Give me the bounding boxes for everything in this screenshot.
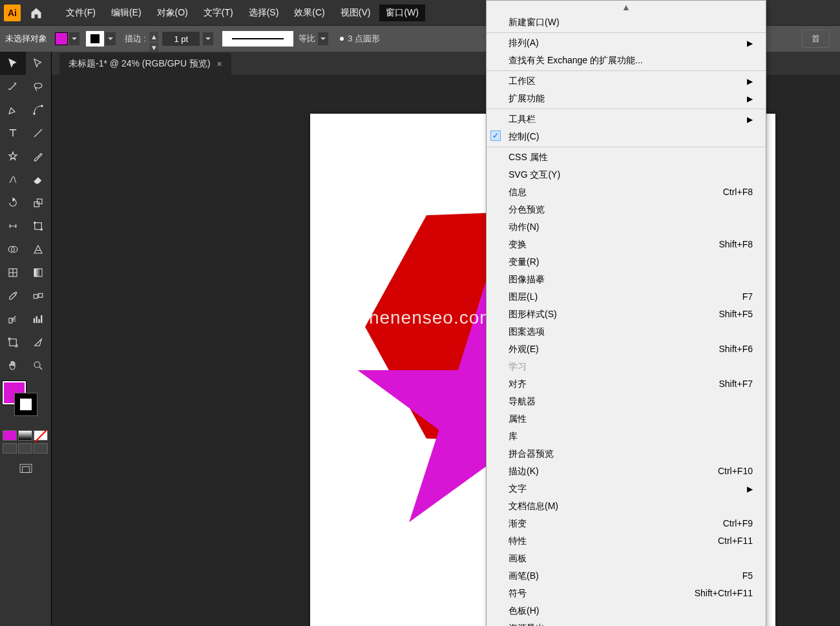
artboard-tool[interactable] — [0, 331, 26, 354]
pen-tool[interactable] — [0, 98, 26, 121]
menu-item: 学习 — [487, 358, 766, 375]
menu-effect[interactable]: 效果(C) — [288, 5, 331, 21]
hand-tool[interactable] — [0, 354, 26, 377]
perspective-tool[interactable] — [26, 238, 52, 261]
menu-view[interactable]: 视图(V) — [334, 5, 377, 21]
scale-tool[interactable] — [26, 191, 52, 214]
menu-item-label: 图层(L) — [509, 290, 538, 304]
menu-item[interactable]: 图形样式(S)Shift+F5 — [487, 306, 766, 323]
menu-item[interactable]: 符号Shift+Ctrl+F11 — [487, 585, 766, 602]
menu-item[interactable]: 文字▶ — [487, 480, 766, 497]
stroke-dropdown[interactable] — [105, 32, 116, 45]
menu-item[interactable]: SVG 交互(Y) — [487, 166, 766, 183]
menu-item[interactable]: 查找有关 Exchange 的扩展功能... — [487, 52, 766, 69]
menu-item[interactable]: 渐变Ctrl+F9 — [487, 515, 766, 532]
shortcut-label: Ctrl+F11 — [718, 534, 757, 548]
column-graph-tool[interactable] — [26, 308, 52, 331]
magic-wand-tool[interactable] — [0, 75, 26, 98]
menu-item[interactable]: 导航器 — [487, 393, 766, 410]
slice-tool[interactable] — [26, 331, 52, 354]
stroke-color-swatch[interactable] — [14, 393, 37, 416]
draw-mode-inside[interactable] — [34, 443, 48, 454]
menu-item[interactable]: 扩展功能▶ — [487, 90, 766, 107]
menu-item[interactable]: 信息Ctrl+F8 — [487, 183, 766, 201]
zoom-tool[interactable] — [26, 354, 52, 377]
menu-item[interactable]: 图层(L)F7 — [487, 288, 766, 306]
shortcut-label: Ctrl+F8 — [723, 185, 757, 199]
menu-item[interactable]: 排列(A)▶ — [487, 34, 766, 52]
curvature-tool[interactable] — [26, 98, 52, 121]
menu-type[interactable]: 文字(T) — [197, 5, 240, 21]
selection-tool[interactable] — [0, 52, 26, 75]
menu-item[interactable]: 特性Ctrl+F11 — [487, 532, 766, 550]
document-tab[interactable]: 未标题-1* @ 24% (RGB/GPU 预览) × — [59, 53, 231, 75]
symbol-sprayer-tool[interactable] — [0, 308, 26, 331]
eyedropper-tool[interactable] — [0, 284, 26, 308]
menu-select[interactable]: 选择(S) — [242, 5, 286, 21]
menu-item-label: 分色预览 — [509, 203, 545, 216]
shape-builder-tool[interactable] — [0, 238, 26, 261]
color-mode-none[interactable] — [34, 430, 48, 441]
menu-item[interactable]: 拼合器预览 — [487, 445, 766, 463]
menu-item[interactable]: 工具栏▶ — [487, 110, 766, 128]
screen-mode-button[interactable] — [0, 457, 51, 481]
menu-item[interactable]: 属性 — [487, 410, 766, 428]
stroke-width-field[interactable]: 1 pt — [162, 31, 200, 47]
menu-item[interactable]: 分色预览 — [487, 201, 766, 218]
menu-item[interactable]: 变换Shift+F8 — [487, 236, 766, 253]
direct-selection-tool[interactable] — [26, 52, 52, 75]
draw-mode-behind[interactable] — [18, 443, 32, 454]
menu-item[interactable]: 库 — [487, 428, 766, 445]
lasso-tool[interactable] — [26, 75, 52, 98]
stroke-stepper[interactable]: ▴▾ — [149, 31, 159, 47]
fill-dropdown[interactable] — [69, 32, 79, 45]
menu-item[interactable]: ✓控制(C) — [487, 128, 766, 145]
mesh-tool[interactable] — [0, 261, 26, 284]
menu-item[interactable]: 新建窗口(W) — [487, 14, 766, 31]
paintbrush-tool[interactable] — [26, 145, 52, 168]
draw-mode-normal[interactable] — [3, 443, 17, 454]
menu-scroll-up[interactable]: ▲ — [487, 1, 766, 14]
menu-item[interactable]: 色板(H) — [487, 602, 766, 620]
prefs-button[interactable]: 首 — [802, 30, 830, 48]
menu-item-label: 文字 — [509, 482, 527, 496]
menu-item[interactable]: 图案选项 — [487, 323, 766, 340]
menu-window[interactable]: 窗口(W) — [379, 5, 425, 21]
brush-preview[interactable]: 3 点圆形 — [340, 33, 380, 45]
menu-object[interactable]: 对象(O) — [151, 5, 194, 21]
menu-item[interactable]: 对齐Shift+F7 — [487, 375, 766, 393]
home-button[interactable] — [26, 3, 47, 23]
menu-item[interactable]: 图像描摹 — [487, 271, 766, 288]
svg-rect-18 — [22, 466, 29, 472]
scale-dd[interactable] — [318, 32, 328, 45]
line-tool[interactable] — [26, 121, 52, 145]
menu-item[interactable]: 外观(E)Shift+F6 — [487, 340, 766, 358]
menu-item[interactable]: 工作区▶ — [487, 72, 766, 90]
color-mode-solid[interactable] — [3, 430, 17, 441]
rotate-tool[interactable] — [0, 191, 26, 214]
stroke-swatch[interactable] — [86, 31, 104, 47]
menu-edit[interactable]: 编辑(E) — [105, 5, 148, 21]
eraser-tool[interactable] — [26, 168, 52, 191]
menu-item[interactable]: 资源导出 — [487, 620, 766, 626]
stroke-width-dd[interactable] — [203, 32, 213, 45]
type-tool[interactable] — [0, 121, 26, 145]
menu-item[interactable]: 文档信息(M) — [487, 497, 766, 515]
fill-swatch[interactable] — [55, 32, 68, 45]
blend-tool[interactable] — [26, 284, 52, 308]
free-transform-tool[interactable] — [26, 214, 52, 238]
menu-item[interactable]: 画板 — [487, 550, 766, 567]
star-tool[interactable] — [0, 145, 26, 168]
close-tab-icon[interactable]: × — [217, 59, 222, 69]
shaper-tool[interactable] — [0, 168, 26, 191]
gradient-tool[interactable] — [26, 261, 52, 284]
menu-item[interactable]: CSS 属性 — [487, 149, 766, 166]
color-mode-gradient[interactable] — [18, 430, 32, 441]
menu-item[interactable]: 动作(N) — [487, 218, 766, 236]
menu-item[interactable]: 描边(K)Ctrl+F10 — [487, 463, 766, 480]
menu-item[interactable]: 画笔(B)F5 — [487, 567, 766, 585]
menu-item[interactable]: 变量(R) — [487, 253, 766, 271]
width-tool[interactable] — [0, 214, 26, 238]
menu-file[interactable]: 文件(F) — [59, 5, 102, 21]
profile-preview[interactable] — [222, 31, 293, 47]
